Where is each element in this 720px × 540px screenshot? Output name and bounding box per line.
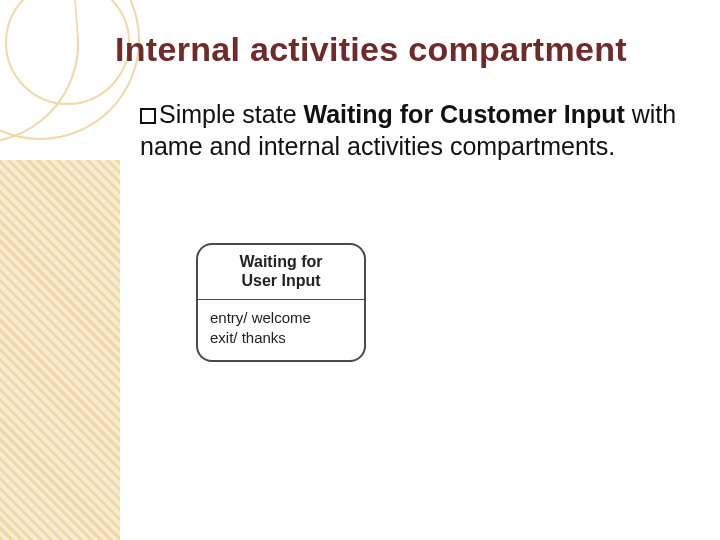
leaf-outline [0,0,86,143]
stripe-pattern [0,160,120,540]
slide-decoration [0,0,220,540]
state-name-compartment: Waiting for User Input [198,245,364,299]
body-pre: Simple state [159,100,304,128]
circle-outline-large [0,0,140,140]
state-activities-compartment: entry/ welcome exit/ thanks [198,300,364,361]
state-diagram: Waiting for User Input entry/ welcome ex… [196,243,366,362]
state-name-line1: Waiting for [240,253,323,270]
exit-action: exit/ thanks [210,328,352,348]
entry-action: entry/ welcome [210,308,352,328]
state-box: Waiting for User Input entry/ welcome ex… [196,243,366,362]
body-strong: Waiting for Customer Input [304,100,625,128]
state-name-line2: User Input [241,272,320,289]
circle-outline-medium [5,0,130,105]
slide-body: Simple state Waiting for Customer Input … [140,98,680,162]
slide-title: Internal activities compartment [115,30,627,69]
bullet-square-icon [140,108,156,124]
